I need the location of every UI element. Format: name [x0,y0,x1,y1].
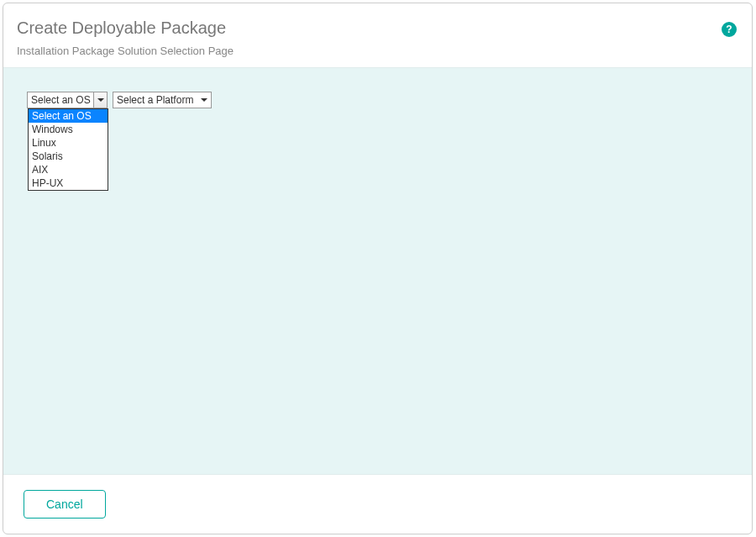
os-option-linux[interactable]: Linux [29,136,108,150]
os-option-select[interactable]: Select an OS [29,109,108,123]
platform-select-label: Select a Platform [113,94,197,106]
os-option-solaris[interactable]: Solaris [29,150,108,163]
dropdown-arrow [197,98,211,102]
dropdown-arrow-button[interactable] [93,92,107,108]
platform-select[interactable]: Select a Platform [113,92,212,108]
os-select-label: Select an OS [28,94,93,106]
create-package-modal: Create Deployable Package Installation P… [3,3,753,534]
os-option-windows[interactable]: Windows [29,123,108,136]
modal-title: Create Deployable Package [17,18,735,38]
os-select[interactable]: Select an OS Select an OS Windows Linux … [27,92,108,108]
help-icon[interactable]: ? [722,22,737,37]
modal-footer: Cancel [3,475,752,534]
modal-header: Create Deployable Package Installation P… [3,3,752,67]
os-option-aix[interactable]: AIX [29,163,108,176]
content-area: Select an OS Select an OS Windows Linux … [3,67,752,475]
cancel-button[interactable]: Cancel [24,490,106,519]
chevron-down-icon [201,98,207,102]
chevron-down-icon [97,98,104,102]
select-row: Select an OS Select an OS Windows Linux … [27,92,728,108]
modal-subtitle: Installation Package Solution Selection … [17,45,735,57]
os-dropdown: Select an OS Windows Linux Solaris AIX H… [28,108,108,191]
os-option-hpux[interactable]: HP-UX [29,176,108,190]
